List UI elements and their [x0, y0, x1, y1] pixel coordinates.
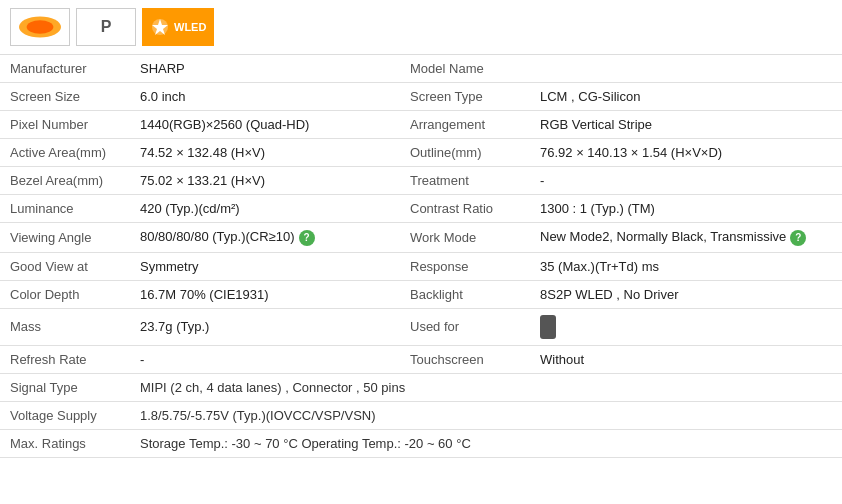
label-cell: Screen Type: [400, 83, 530, 111]
value-cell: LCM , CG-Silicon: [530, 83, 842, 111]
value-cell: Without: [530, 345, 842, 373]
label-cell: Response: [400, 252, 530, 280]
header-bar: P WLED: [0, 0, 842, 55]
table-row: Mass23.7g (Typ.)Used for: [0, 308, 842, 345]
table-row: Screen Size6.0 inchScreen TypeLCM , CG-S…: [0, 83, 842, 111]
value-cell: 1440(RGB)×2560 (Quad-HD): [130, 111, 400, 139]
label-cell: Work Mode: [400, 223, 530, 253]
phone-icon: [540, 315, 556, 339]
label-cell: Luminance: [0, 195, 130, 223]
table-row: Voltage Supply1.8/5.75/-5.75V (Typ.)(IOV…: [0, 401, 842, 429]
table-row: Bezel Area(mm)75.02 × 133.21 (H×V)Treatm…: [0, 167, 842, 195]
label-cell: Active Area(mm): [0, 139, 130, 167]
value-cell: 35 (Max.)(Tr+Td) ms: [530, 252, 842, 280]
label-cell: Model Name: [400, 55, 530, 83]
logo-orange-button[interactable]: [10, 8, 70, 46]
label-cell: Color Depth: [0, 280, 130, 308]
label-cell: Arrangement: [400, 111, 530, 139]
table-row: Signal TypeMIPI (2 ch, 4 data lanes) , C…: [0, 373, 842, 401]
value-cell: [530, 308, 842, 345]
label-cell: Contrast Ratio: [400, 195, 530, 223]
table-row: Viewing Angle80/80/80/80 (Typ.)(CR≥10)?W…: [0, 223, 842, 253]
wled-label: WLED: [174, 21, 206, 33]
label-cell: Viewing Angle: [0, 223, 130, 253]
table-row: Color Depth16.7M 70% (CIE1931)Backlight8…: [0, 280, 842, 308]
label-cell: Outline(mm): [400, 139, 530, 167]
label-cell: Pixel Number: [0, 111, 130, 139]
value-cell: 16.7M 70% (CIE1931): [130, 280, 400, 308]
table-row: ManufacturerSHARPModel Name: [0, 55, 842, 83]
value-cell: -: [130, 345, 400, 373]
value-cell: 1300 : 1 (Typ.) (TM): [530, 195, 842, 223]
value-cell: MIPI (2 ch, 4 data lanes) , Connector , …: [130, 373, 842, 401]
logo-p-button[interactable]: P: [76, 8, 136, 46]
label-cell: Mass: [0, 308, 130, 345]
label-cell: Manufacturer: [0, 55, 130, 83]
value-cell: -: [530, 167, 842, 195]
value-cell: 1.8/5.75/-5.75V (Typ.)(IOVCC/VSP/VSN): [130, 401, 842, 429]
value-cell: 74.52 × 132.48 (H×V): [130, 139, 400, 167]
label-cell: Bezel Area(mm): [0, 167, 130, 195]
label-cell: Screen Size: [0, 83, 130, 111]
value-cell: 76.92 × 140.13 × 1.54 (H×V×D): [530, 139, 842, 167]
label-cell: Good View at: [0, 252, 130, 280]
value-cell: New Mode2, Normally Black, Transmissive?: [530, 223, 842, 253]
label-cell: Touchscreen: [400, 345, 530, 373]
value-cell: 8S2P WLED , No Driver: [530, 280, 842, 308]
table-row: Max. RatingsStorage Temp.: -30 ~ 70 °C O…: [0, 429, 842, 457]
value-cell: 80/80/80/80 (Typ.)(CR≥10)?: [130, 223, 400, 253]
logo-wled-button[interactable]: WLED: [142, 8, 214, 46]
value-cell: SHARP: [130, 55, 400, 83]
label-cell: Max. Ratings: [0, 429, 130, 457]
value-cell: Symmetry: [130, 252, 400, 280]
label-cell: Signal Type: [0, 373, 130, 401]
value-cell: Storage Temp.: -30 ~ 70 °C Operating Tem…: [130, 429, 842, 457]
label-cell: Treatment: [400, 167, 530, 195]
wled-icon: [150, 17, 170, 37]
value-cell: 75.02 × 133.21 (H×V): [130, 167, 400, 195]
value-cell: RGB Vertical Stripe: [530, 111, 842, 139]
value-cell: 23.7g (Typ.): [130, 308, 400, 345]
label-cell: Backlight: [400, 280, 530, 308]
table-row: Refresh Rate-TouchscreenWithout: [0, 345, 842, 373]
table-row: Active Area(mm)74.52 × 132.48 (H×V)Outli…: [0, 139, 842, 167]
orange-logo-icon: [19, 16, 61, 38]
p-label: P: [101, 18, 112, 36]
table-row: Good View atSymmetryResponse35 (Max.)(Tr…: [0, 252, 842, 280]
table-row: Luminance420 (Typ.)(cd/m²)Contrast Ratio…: [0, 195, 842, 223]
value-cell: 420 (Typ.)(cd/m²): [130, 195, 400, 223]
value-cell: 6.0 inch: [130, 83, 400, 111]
value-cell: [530, 55, 842, 83]
specs-table: ManufacturerSHARPModel NameScreen Size6.…: [0, 55, 842, 458]
label-cell: Used for: [400, 308, 530, 345]
svg-point-1: [27, 20, 54, 33]
label-cell: Voltage Supply: [0, 401, 130, 429]
label-cell: Refresh Rate: [0, 345, 130, 373]
table-row: Pixel Number1440(RGB)×2560 (Quad-HD)Arra…: [0, 111, 842, 139]
help-icon[interactable]: ?: [299, 230, 315, 246]
help-icon[interactable]: ?: [790, 230, 806, 246]
